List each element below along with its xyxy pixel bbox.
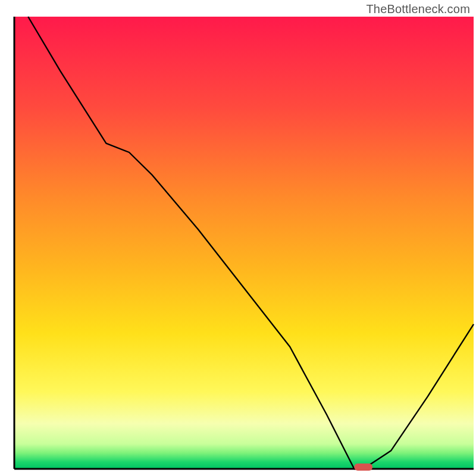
optimum-marker bbox=[354, 464, 372, 471]
plot-background bbox=[14, 17, 474, 469]
bottleneck-chart: TheBottleneck.com bbox=[0, 0, 476, 476]
chart-plot bbox=[0, 0, 476, 476]
watermark-label: TheBottleneck.com bbox=[366, 2, 470, 16]
